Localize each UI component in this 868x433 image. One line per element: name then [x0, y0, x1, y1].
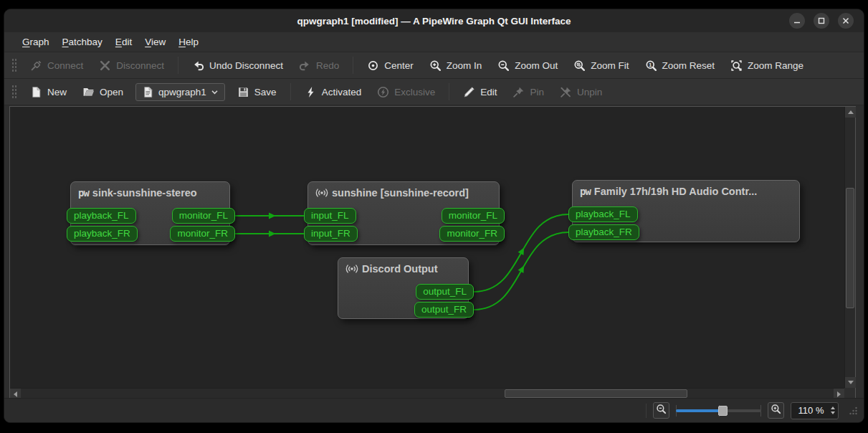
- maximize-icon: [818, 14, 825, 27]
- scroll-down-button[interactable]: [845, 377, 856, 388]
- port-playback-fl[interactable]: playback_FL: [568, 206, 638, 222]
- edit-pencil-icon: [463, 86, 475, 98]
- new-file-icon: [30, 86, 42, 98]
- save-button[interactable]: Save: [231, 82, 283, 102]
- menu-view[interactable]: View: [138, 34, 172, 50]
- menu-patchbay[interactable]: Patchbay: [56, 34, 109, 50]
- toolbar-file: NewOpenqpwgraph1SaveActivatedExclusiveEd…: [4, 79, 864, 105]
- center-button[interactable]: Center: [361, 56, 420, 75]
- center-icon: [367, 60, 379, 72]
- new-button[interactable]: New: [24, 82, 73, 102]
- arrow-left-icon: [14, 391, 17, 397]
- exclusive-button[interactable]: Exclusive: [371, 82, 442, 102]
- spin-up-icon: [831, 406, 835, 409]
- toolbar-main: ConnectDisconnectUndo DisconnectRedoCent…: [4, 52, 864, 79]
- undo-icon: [192, 60, 204, 72]
- zoom-fit-icon: [573, 60, 586, 72]
- zoom-out-icon: [497, 60, 510, 72]
- zoom-reset-button[interactable]: 1Zoom Reset: [639, 56, 722, 75]
- port-monitor-fl[interactable]: monitor_FL: [172, 208, 235, 224]
- port-input-fl[interactable]: input_FL: [304, 208, 356, 224]
- resize-grip-icon[interactable]: [848, 406, 858, 416]
- port-monitor-fr[interactable]: monitor_FR: [170, 226, 235, 242]
- disconnect-icon: [99, 60, 111, 72]
- slider-fill: [676, 409, 722, 412]
- close-button[interactable]: [838, 13, 854, 29]
- slider-handle[interactable]: [718, 406, 728, 416]
- zoom-range-icon: [730, 60, 743, 72]
- titlebar: qpwgraph1 [modified] — A PipeWire Graph …: [4, 9, 864, 32]
- zoom-in-button[interactable]: Zoom In: [423, 56, 489, 75]
- maximize-button[interactable]: [814, 13, 829, 29]
- activated-button[interactable]: Activated: [298, 82, 368, 102]
- port-monitor-fr[interactable]: monitor_FR: [439, 226, 505, 242]
- document-icon: [142, 86, 154, 98]
- minimize-button[interactable]: [789, 13, 805, 29]
- menu-help[interactable]: Help: [172, 34, 205, 50]
- pin-button[interactable]: Pin: [506, 82, 550, 102]
- vertical-scrollbar[interactable]: [844, 107, 855, 388]
- arrow-up-icon: [848, 110, 854, 114]
- pipewire-icon: pw: [78, 187, 89, 199]
- undo-disconnect-button[interactable]: Undo Disconnect: [186, 56, 290, 75]
- connect-button[interactable]: Connect: [24, 56, 90, 75]
- unpin-button[interactable]: Unpin: [553, 82, 609, 102]
- graph-canvas[interactable]: pwsink-sunshine-stereoplayback_FLplaybac…: [10, 107, 844, 388]
- zoom-out-button[interactable]: [653, 402, 669, 419]
- zoom-in-button[interactable]: [768, 402, 784, 419]
- toolbar-grip[interactable]: [11, 84, 16, 100]
- port-output-fr[interactable]: output_FR: [414, 302, 474, 318]
- zoom-percent-value: 110 %: [791, 405, 831, 416]
- node-header: pwFamily 17h/19h HD Audio Contr...: [573, 181, 799, 197]
- statusbar-separator: [646, 404, 647, 418]
- port-playback-fr[interactable]: playback_FR: [568, 224, 639, 240]
- toolbar-separator: [449, 83, 449, 100]
- window-controls: [789, 13, 854, 29]
- horizontal-scroll-thumb[interactable]: [505, 389, 687, 398]
- port-playback-fl[interactable]: playback_FL: [67, 208, 136, 224]
- exclusive-icon: [377, 86, 389, 98]
- activated-icon: [305, 86, 317, 98]
- edit-button[interactable]: Edit: [457, 82, 503, 102]
- node-sunshine[interactable]: sunshine [sunshine-record]input_FLinput_…: [307, 181, 500, 245]
- connect-icon: [30, 60, 42, 72]
- broadcast-icon: [345, 263, 358, 275]
- toolbar-separator: [353, 57, 353, 74]
- zoom-in-icon: [429, 60, 442, 72]
- patchbay-file-combo[interactable]: qpwgraph1: [135, 83, 225, 101]
- node-title: sink-sunshine-stereo: [92, 187, 197, 199]
- toolbar-grip[interactable]: [11, 57, 16, 73]
- spin-arrows[interactable]: [831, 406, 838, 414]
- menu-graph[interactable]: Graph: [16, 34, 56, 50]
- node-title: sunshine [sunshine-record]: [332, 187, 469, 199]
- port-monitor-fl[interactable]: monitor_FL: [442, 208, 505, 224]
- open-button[interactable]: Open: [76, 82, 130, 102]
- menu-edit[interactable]: Edit: [109, 34, 138, 50]
- node-discord[interactable]: Discord Outputoutput_FLoutput_FR: [338, 257, 469, 319]
- zoom-out-button[interactable]: Zoom Out: [491, 56, 564, 75]
- graph-view: pwsink-sunshine-stereoplayback_FLplaybac…: [9, 106, 856, 399]
- zoom-reset-icon: 1: [645, 60, 657, 72]
- arrow-down-icon: [848, 381, 854, 384]
- menubar: GraphPatchbayEditViewHelp: [4, 32, 864, 52]
- node-family[interactable]: pwFamily 17h/19h HD Audio Contr...playba…: [572, 180, 800, 242]
- zoom-range-button[interactable]: Zoom Range: [724, 56, 810, 75]
- save-icon: [237, 86, 249, 98]
- port-playback-fr[interactable]: playback_FR: [67, 226, 138, 242]
- toolbar-separator: [178, 57, 178, 74]
- vertical-scroll-thumb[interactable]: [846, 188, 854, 308]
- zoom-percent-spinbox[interactable]: 110 %: [791, 402, 839, 419]
- pipewire-icon: pw: [580, 186, 591, 197]
- horizontal-scrollbar[interactable]: [10, 388, 844, 399]
- scroll-up-button[interactable]: [845, 107, 856, 118]
- port-output-fl[interactable]: output_FL: [416, 284, 474, 300]
- node-header: sunshine [sunshine-record]: [308, 182, 499, 199]
- zoom-fit-button[interactable]: Zoom Fit: [567, 56, 635, 75]
- zoom-slider[interactable]: [676, 404, 761, 418]
- node-sink[interactable]: pwsink-sunshine-stereoplayback_FLplaybac…: [70, 181, 230, 245]
- port-input-fr[interactable]: input_FR: [304, 226, 358, 242]
- redo-button[interactable]: Redo: [292, 56, 345, 75]
- arrow-right-icon: [837, 391, 841, 397]
- disconnect-button[interactable]: Disconnect: [92, 56, 171, 75]
- node-header: Discord Output: [338, 258, 468, 275]
